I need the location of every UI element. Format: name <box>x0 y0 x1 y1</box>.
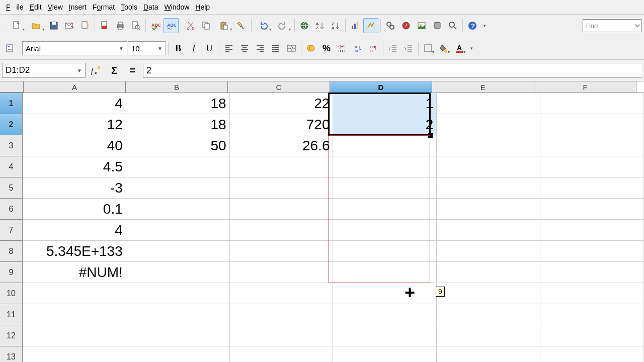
cell-B6[interactable] <box>126 199 230 220</box>
cell-C13[interactable] <box>230 346 334 362</box>
cell-B11[interactable] <box>126 304 230 325</box>
menu-tools[interactable]: Tools <box>118 2 140 13</box>
bold-button[interactable]: B <box>171 41 186 56</box>
cell-A8[interactable]: 5.345E+133 <box>23 241 126 262</box>
cell-F1[interactable] <box>540 93 644 114</box>
show-draw-functions-button[interactable] <box>363 18 378 33</box>
zoom-button[interactable] <box>445 18 460 33</box>
cell-E11[interactable] <box>437 304 540 325</box>
cell-B1[interactable]: 18 <box>126 93 230 114</box>
cell-A12[interactable] <box>23 325 126 346</box>
cell-B5[interactable] <box>126 177 230 199</box>
menu-format[interactable]: Format <box>90 2 118 13</box>
row-header-5[interactable]: 5 <box>0 177 23 199</box>
cell-A11[interactable] <box>23 304 126 325</box>
name-box[interactable]: D1:D2▼ <box>2 63 86 78</box>
cell-B8[interactable] <box>126 241 230 262</box>
cell-D5[interactable] <box>333 177 437 199</box>
styles-button[interactable] <box>3 41 18 56</box>
row-header-13[interactable]: 13 <box>0 346 23 362</box>
merge-cells-button[interactable] <box>284 41 299 56</box>
cell-A13[interactable] <box>23 346 126 362</box>
email-button[interactable] <box>62 18 77 33</box>
row-header-3[interactable]: 3 <box>0 135 23 156</box>
add-decimal-button[interactable]: .0.00 <box>350 41 365 56</box>
cell-F2[interactable] <box>540 114 644 135</box>
menu-data[interactable]: Data <box>140 2 162 13</box>
cell-F13[interactable] <box>540 346 644 362</box>
fontcolor-button[interactable]: A <box>452 41 467 56</box>
col-header-B[interactable]: B <box>126 81 228 93</box>
cell-A3[interactable]: 40 <box>23 135 126 156</box>
format-paintbrush-button[interactable] <box>234 18 249 33</box>
align-right-button[interactable] <box>253 41 268 56</box>
row-header-12[interactable]: 12 <box>0 325 23 346</box>
fmt-overflow[interactable] <box>468 40 474 56</box>
row-header-10[interactable]: 10 <box>0 283 23 304</box>
cell-B2[interactable]: 18 <box>126 114 230 135</box>
delete-decimal-button[interactable]: .00.0 <box>366 41 381 56</box>
cell-D9[interactable] <box>333 262 437 283</box>
auto-spellcheck-button[interactable]: ABC <box>164 18 179 33</box>
cell-A7[interactable]: 4 <box>23 220 126 241</box>
cell-E13[interactable] <box>437 346 540 362</box>
sum-button[interactable]: Σ <box>107 63 122 77</box>
col-header-E[interactable]: E <box>432 81 534 93</box>
find-input[interactable]: Find <box>583 19 642 32</box>
cell-B3[interactable]: 50 <box>126 135 230 156</box>
function-wizard-button[interactable]: fx <box>89 63 104 77</box>
datasources-button[interactable] <box>430 18 445 33</box>
cell-D1[interactable]: 1 <box>333 93 437 114</box>
cell-D6[interactable] <box>333 199 437 220</box>
cell-D11[interactable] <box>333 304 437 325</box>
cell-C4[interactable] <box>230 156 334 177</box>
paste-button[interactable] <box>214 18 233 33</box>
function-button[interactable]: = <box>125 63 140 77</box>
align-left-button[interactable] <box>221 41 236 56</box>
cell-D3[interactable] <box>333 135 437 156</box>
cell-C5[interactable] <box>230 177 334 199</box>
cell-B10[interactable] <box>126 283 230 304</box>
cell-E4[interactable] <box>437 156 540 177</box>
open-button[interactable] <box>27 18 46 33</box>
print-preview-button[interactable] <box>128 18 143 33</box>
find-toolbar-grip[interactable] <box>576 20 579 32</box>
navigator-button[interactable] <box>398 18 414 33</box>
cell-B13[interactable] <box>126 346 230 362</box>
cut-button[interactable] <box>183 18 198 33</box>
cell-D12[interactable] <box>333 325 437 346</box>
edit-file-button[interactable] <box>77 18 93 33</box>
cell-C1[interactable]: 22 <box>230 93 334 114</box>
undo-button[interactable] <box>254 18 273 33</box>
sort-desc-button[interactable]: ZA <box>328 18 343 33</box>
export-pdf-button[interactable] <box>97 18 112 33</box>
standard-format-button[interactable]: •0000 <box>335 41 350 56</box>
cell-F3[interactable] <box>540 135 644 156</box>
cell-E6[interactable] <box>437 199 540 220</box>
print-button[interactable] <box>113 18 128 33</box>
redo-button[interactable] <box>273 18 292 33</box>
increase-indent-button[interactable] <box>401 41 416 56</box>
formula-input[interactable]: 2 <box>143 63 642 78</box>
cell-D13[interactable] <box>333 346 437 362</box>
col-header-A[interactable]: A <box>24 81 126 93</box>
sort-asc-button[interactable]: AZ <box>312 18 328 33</box>
cell-A2[interactable]: 12 <box>23 114 126 135</box>
cell-F6[interactable] <box>540 199 644 220</box>
cell-E10[interactable] <box>437 283 540 304</box>
col-header-D[interactable]: D <box>330 81 432 93</box>
row-header-6[interactable]: 6 <box>0 199 23 220</box>
row-header-8[interactable]: 8 <box>0 241 23 262</box>
cell-E2[interactable] <box>437 114 540 135</box>
cell-C7[interactable] <box>230 220 334 241</box>
cell-A4[interactable]: 4.5 <box>23 156 126 177</box>
help-button[interactable]: ? <box>465 18 480 33</box>
gallery-button[interactable] <box>414 18 429 33</box>
cell-C12[interactable] <box>230 325 334 346</box>
align-justify-button[interactable] <box>268 41 283 56</box>
cell-E3[interactable] <box>437 135 540 156</box>
menu-edit[interactable]: Edit <box>27 2 45 13</box>
percent-button[interactable]: % <box>319 41 334 56</box>
menu-insert[interactable]: Insert <box>66 2 90 13</box>
cell-C2[interactable]: 720 <box>230 114 334 135</box>
